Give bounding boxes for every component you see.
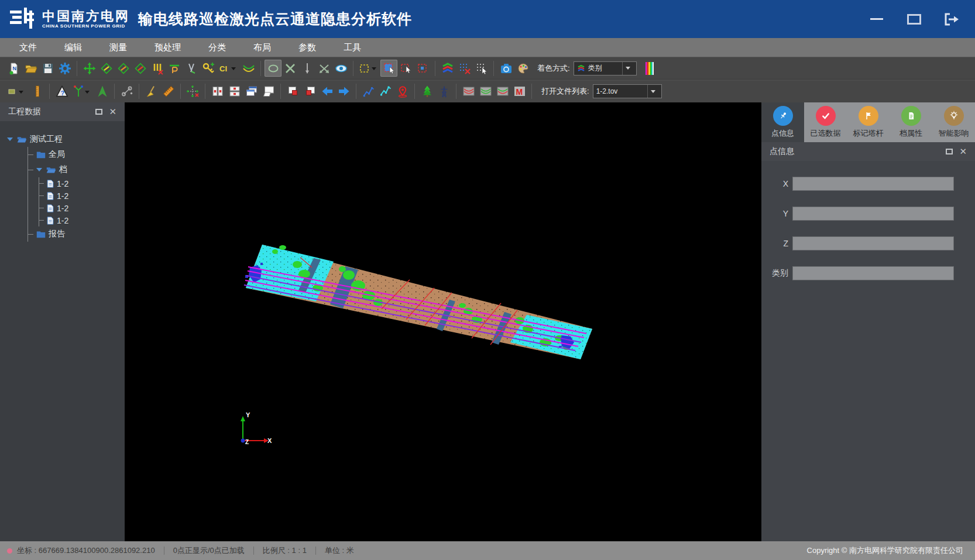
caliper-icon[interactable] (183, 60, 200, 77)
catenary-icon[interactable] (240, 60, 257, 77)
new-window-icon[interactable] (260, 83, 277, 100)
field-x: X (761, 177, 975, 191)
flag-icon (863, 110, 874, 122)
tree-node-spans[interactable]: 档 (28, 162, 125, 177)
minimize-button[interactable] (868, 12, 885, 26)
tab-span-properties[interactable]: 档属性 (890, 102, 932, 142)
menu-params[interactable]: 参数 (298, 42, 316, 53)
class-layers-icon[interactable] (439, 60, 456, 77)
brand-block: 中国南方电网 CHINA SOUTHERN POWER GRID (42, 9, 130, 29)
move-icon[interactable] (81, 60, 98, 77)
measure-m-icon[interactable]: M (511, 83, 528, 100)
settings-gear-icon[interactable] (56, 60, 73, 77)
span-green-icon[interactable] (477, 83, 494, 100)
viewport-3d[interactable]: Y X Z (125, 102, 761, 541)
save-icon[interactable] (39, 60, 56, 77)
clip-diamond-orange-icon[interactable] (115, 60, 132, 77)
field-x-input[interactable] (792, 177, 954, 191)
plumb-icon[interactable] (298, 60, 315, 77)
section-cross-icon[interactable] (184, 83, 201, 100)
ground-filter-icon[interactable] (166, 60, 183, 77)
location-pin-icon[interactable] (394, 83, 411, 100)
panel-close-icon[interactable]: ✕ (959, 149, 967, 154)
new-file-icon[interactable]: N (5, 60, 22, 77)
profile-lines-icon[interactable] (149, 60, 166, 77)
tree-node-project[interactable]: 测试工程 (7, 132, 125, 147)
tree-node-file[interactable]: 1-2 (39, 214, 125, 226)
select-dashed-red-icon[interactable] (397, 60, 414, 77)
grid-delete-icon[interactable] (456, 60, 473, 77)
expander-icon[interactable] (7, 138, 13, 141)
warning-triangle-icon[interactable]: ? (53, 83, 70, 100)
panel-float-icon[interactable] (946, 149, 953, 154)
tab-point-info[interactable]: 点信息 (761, 102, 804, 142)
point-cloud-canvas: Y X Z (125, 102, 761, 541)
window-next-icon[interactable] (301, 83, 318, 100)
menu-file[interactable]: 文件 (19, 42, 37, 53)
menu-measure[interactable]: 测量 (109, 42, 127, 53)
panel-float-icon[interactable] (95, 109, 102, 115)
tab-selected-data[interactable]: 已选数据 (804, 102, 847, 142)
csg-logo-icon (9, 5, 36, 33)
eye-icon[interactable] (332, 60, 349, 77)
menu-layout[interactable]: 布局 (253, 42, 271, 53)
colorbar-icon[interactable] (641, 60, 658, 77)
maximize-button[interactable] (906, 12, 922, 26)
tab-smart-impact[interactable]: 智能影响 (932, 102, 975, 142)
polyline-cyan-icon[interactable] (377, 83, 394, 100)
file-list-select[interactable]: 1-2.tov (593, 84, 662, 98)
clip-diamond-yellow-icon[interactable] (98, 60, 115, 77)
swap-icon[interactable] (315, 60, 332, 77)
circle-select-icon[interactable] (265, 60, 281, 77)
expander-icon[interactable] (36, 168, 42, 171)
polyline-blue-icon[interactable] (360, 83, 377, 100)
select-dashed-small-icon[interactable] (414, 60, 431, 77)
menu-classify[interactable]: 分类 (208, 42, 226, 53)
menu-edit[interactable]: 编辑 (64, 42, 82, 53)
span-red-icon[interactable] (460, 83, 477, 100)
ci-dropdown-icon[interactable]: CI (217, 60, 240, 77)
point-size-dropdown-icon[interactable] (5, 83, 29, 100)
tree-node-label: 报告 (49, 229, 65, 239)
split-vertical-icon[interactable] (209, 83, 226, 100)
camera-icon[interactable] (497, 60, 514, 77)
point-info-panel: 点信息 已选数据 标记塔杆 档属性 (761, 102, 975, 541)
select-active-icon[interactable] (380, 60, 397, 77)
split-horizontal-icon[interactable] (226, 83, 243, 100)
coloring-mode-select[interactable]: 类别 (574, 61, 637, 75)
field-class-input[interactable] (792, 266, 954, 280)
tree-icon[interactable] (418, 83, 435, 100)
cascade-windows-icon[interactable] (243, 83, 260, 100)
broom-icon[interactable] (143, 83, 160, 100)
window-prev-icon[interactable] (284, 83, 301, 100)
north-arrow-icon[interactable] (94, 83, 111, 100)
node-link-icon[interactable] (118, 83, 135, 100)
key-icon[interactable] (200, 60, 217, 77)
tower-icon[interactable] (435, 83, 452, 100)
tab-mark-tower[interactable]: 标记塔杆 (847, 102, 890, 142)
field-z-input[interactable] (792, 236, 954, 250)
rect-select-dropdown-icon[interactable] (357, 60, 380, 77)
clip-diamond-red-icon[interactable] (132, 60, 149, 77)
exit-button[interactable] (943, 12, 960, 26)
open-folder-icon[interactable] (22, 60, 39, 77)
tree-node-report[interactable]: 报告 (28, 226, 125, 242)
field-y-input[interactable] (792, 207, 954, 221)
ruler-vertical-icon[interactable] (29, 83, 46, 100)
axis-x-label: X (267, 437, 272, 444)
tree-node-file[interactable]: 1-2 (39, 177, 125, 190)
arrow-left-icon[interactable] (318, 83, 335, 100)
menu-tools[interactable]: 工具 (344, 42, 361, 53)
vector-branch-dropdown-icon[interactable] (70, 83, 94, 100)
panel-close-icon[interactable]: ✕ (109, 109, 116, 115)
palette-icon[interactable] (514, 60, 531, 77)
grid-cursor-icon[interactable] (473, 60, 490, 77)
span-mixed-icon[interactable] (494, 83, 511, 100)
tree-node-file[interactable]: 1-2 (39, 190, 125, 202)
tree-node-global[interactable]: 全局 (28, 147, 125, 162)
arrow-right-icon[interactable] (335, 83, 352, 100)
tree-node-file[interactable]: 1-2 (39, 202, 125, 214)
cross-delete-icon[interactable] (281, 60, 298, 77)
menu-preprocess[interactable]: 预处理 (155, 42, 181, 53)
ruler-diagonal-icon[interactable] (160, 83, 177, 100)
